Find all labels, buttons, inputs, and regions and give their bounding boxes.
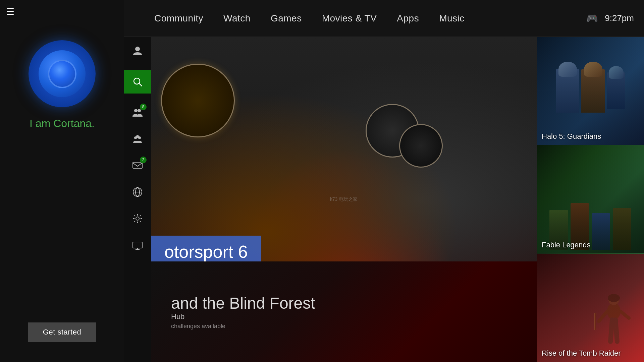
nav-item-games[interactable]: Games — [271, 13, 302, 24]
svg-point-7 — [136, 135, 139, 138]
nav-item-community[interactable]: Community — [154, 13, 203, 24]
nav-item-movies[interactable]: Movies & TV — [322, 13, 377, 24]
sidebar-messages[interactable]: 2 — [130, 158, 145, 173]
fable-background — [537, 145, 644, 253]
hero-game-title: otorsport 6 — [164, 242, 248, 261]
svg-line-2 — [139, 83, 142, 86]
cortana-panel: ☰ I am Cortana. Get started — [0, 0, 124, 362]
cortana-inner-ring — [39, 50, 86, 97]
sidebar-party[interactable] — [130, 132, 145, 146]
clock: 9:27pm — [605, 13, 634, 23]
nav-right: 🎮 9:27pm — [586, 13, 634, 24]
get-started-button[interactable]: Get started — [28, 322, 96, 342]
watermark: k73 电玩之家 — [330, 196, 358, 202]
lower-hero-section: and the Blind Forest Hub challenges avai… — [151, 261, 537, 362]
nav-items: Community Watch Games Movies & TV Apps M… — [154, 13, 465, 24]
cortana-tagline: I am Cortana. — [30, 117, 95, 130]
messages-badge: 2 — [140, 157, 147, 163]
sidebar-settings[interactable] — [130, 211, 145, 226]
fable-title: Fable Legends — [542, 241, 591, 249]
hub-label: Hub — [171, 312, 315, 321]
svg-point-0 — [135, 47, 140, 51]
friends-badge: 8 — [140, 104, 147, 110]
sidebar-globe[interactable] — [130, 185, 145, 199]
challenges-label: challenges available — [171, 323, 315, 330]
hero-section: otorsport 6 k73 电玩之家 5 friends playing +… — [151, 37, 537, 362]
right-panel: Halo 5: Guardians Fable Legends — [537, 37, 644, 362]
svg-point-12 — [136, 217, 139, 220]
sidebar-tv[interactable] — [130, 238, 145, 252]
nav-item-music[interactable]: Music — [439, 13, 465, 24]
game-thumb-fable[interactable]: Fable Legends — [537, 145, 644, 253]
main-content: otorsport 6 k73 电玩之家 5 friends playing +… — [151, 37, 644, 362]
svg-point-1 — [134, 78, 140, 84]
cortana-outer-ring — [29, 40, 96, 107]
svg-point-3 — [134, 109, 138, 112]
xbox-sidebar: 8 2 — [124, 37, 151, 362]
halo-background — [537, 37, 644, 145]
tomb-background — [537, 254, 644, 362]
game-thumb-tomb[interactable]: Rise of the Tomb Raider — [537, 254, 644, 362]
sidebar-profile[interactable] — [130, 44, 145, 58]
svg-rect-8 — [133, 162, 142, 168]
sidebar-friends[interactable]: 8 — [130, 105, 145, 120]
svg-point-4 — [138, 109, 141, 112]
hamburger-menu[interactable]: ☰ — [6, 6, 14, 17]
lower-game-title: and the Blind Forest — [171, 294, 315, 312]
game-thumb-halo[interactable]: Halo 5: Guardians — [537, 37, 644, 145]
nav-item-apps[interactable]: Apps — [397, 13, 419, 24]
controller-icon: 🎮 — [586, 13, 598, 24]
cortana-logo — [29, 40, 96, 107]
tomb-title: Rise of the Tomb Raider — [542, 349, 621, 358]
cortana-center-circle — [48, 60, 76, 88]
speedometer-gauge — [161, 64, 235, 137]
svg-rect-13 — [133, 242, 142, 248]
halo-title: Halo 5: Guardians — [542, 132, 601, 141]
sidebar-search[interactable] — [124, 70, 151, 94]
gauge-3 — [399, 124, 443, 168]
nav-item-watch[interactable]: Watch — [223, 13, 251, 24]
